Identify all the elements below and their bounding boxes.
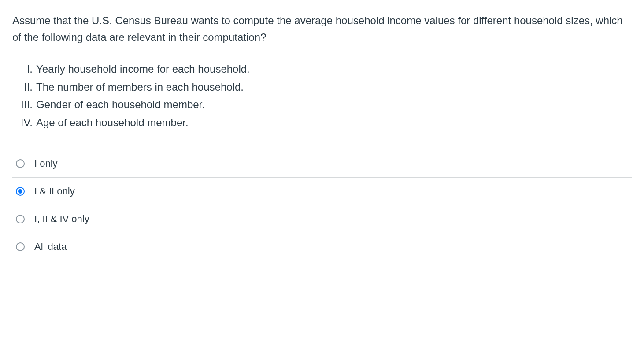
roman-numeral: III. [17,96,33,114]
radio-icon [16,187,25,196]
radio-icon [16,159,25,168]
roman-numeral: II. [17,78,33,96]
option-label: I only [34,158,58,169]
roman-numeral: I. [17,60,33,78]
roman-numeral: IV. [17,114,33,132]
option-row-4[interactable]: All data [12,233,632,260]
list-item: III. Gender of each household member. [17,96,632,114]
list-item-text: Gender of each household member. [36,96,205,114]
option-label: I, II & IV only [34,213,89,225]
option-row-1[interactable]: I only [12,150,632,178]
list-item-text: The number of members in each household. [36,78,244,96]
option-label: I & II only [34,186,75,197]
radio-icon [16,242,25,251]
radio-icon [16,215,25,223]
option-label: All data [34,241,67,253]
option-row-2[interactable]: I & II only [12,178,632,205]
list-item: II. The number of members in each househ… [17,78,632,96]
list-item: I. Yearly household income for each hous… [17,60,632,78]
answer-options: I only I & II only I, II & IV only All d… [12,150,632,260]
list-item-text: Age of each household member. [36,114,189,132]
list-item: IV. Age of each household member. [17,114,632,132]
question-stem: Assume that the U.S. Census Bureau wants… [12,12,629,46]
option-row-3[interactable]: I, II & IV only [12,205,632,233]
roman-list: I. Yearly household income for each hous… [17,60,632,132]
list-item-text: Yearly household income for each househo… [36,60,250,78]
